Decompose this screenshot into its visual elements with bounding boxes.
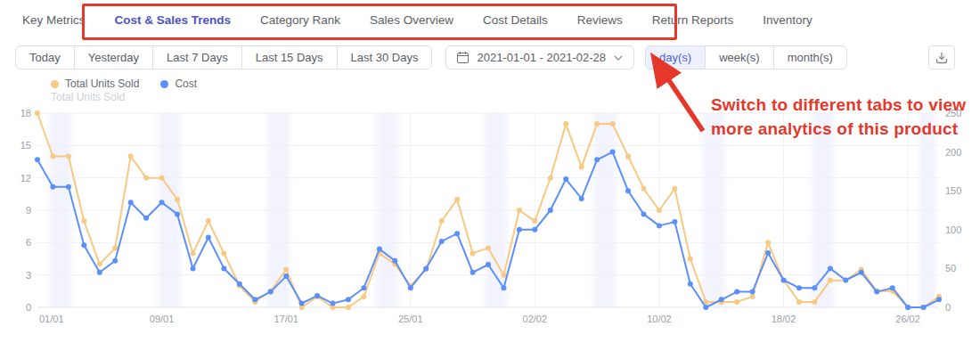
data-point[interactable]	[439, 239, 445, 244]
data-point[interactable]	[594, 121, 600, 126]
data-point[interactable]	[719, 297, 724, 302]
data-point[interactable]	[206, 235, 211, 241]
data-point[interactable]	[610, 150, 616, 155]
x-axis-tick: 18/02	[772, 314, 796, 324]
data-point[interactable]	[921, 305, 927, 310]
data-point[interactable]	[688, 281, 693, 287]
data-point[interactable]	[765, 240, 771, 245]
data-point[interactable]	[859, 270, 864, 275]
data-point[interactable]	[392, 258, 397, 264]
data-point[interactable]	[361, 285, 366, 290]
data-point[interactable]	[237, 281, 242, 287]
data-point[interactable]	[128, 200, 134, 205]
data-point[interactable]	[283, 267, 289, 273]
data-point[interactable]	[191, 265, 196, 271]
data-point[interactable]	[191, 250, 196, 256]
data-point[interactable]	[221, 265, 226, 271]
data-point[interactable]	[610, 121, 616, 126]
data-point[interactable]	[501, 273, 506, 278]
data-point[interactable]	[221, 250, 226, 256]
data-point[interactable]	[159, 200, 165, 205]
data-point[interactable]	[35, 157, 40, 162]
data-point[interactable]	[252, 297, 257, 302]
data-point[interactable]	[97, 270, 102, 275]
data-point[interactable]	[874, 290, 879, 295]
data-point[interactable]	[843, 278, 848, 283]
data-point[interactable]	[346, 297, 351, 302]
data-point[interactable]	[97, 262, 102, 267]
data-point[interactable]	[439, 218, 445, 224]
data-point[interactable]	[657, 208, 662, 213]
data-point[interactable]	[175, 211, 180, 216]
data-point[interactable]	[206, 218, 211, 224]
data-point[interactable]	[532, 227, 537, 233]
data-point[interactable]	[470, 270, 476, 275]
data-point[interactable]	[812, 285, 817, 290]
data-point[interactable]	[641, 211, 647, 216]
data-point[interactable]	[66, 153, 71, 159]
data-point[interactable]	[812, 299, 817, 305]
data-point[interactable]	[579, 196, 584, 201]
data-point[interactable]	[423, 265, 429, 271]
data-point[interactable]	[594, 157, 600, 162]
data-point[interactable]	[672, 219, 677, 224]
data-point[interactable]	[734, 299, 739, 305]
data-point[interactable]	[688, 257, 693, 262]
data-point[interactable]	[81, 242, 86, 248]
data-point[interactable]	[486, 262, 491, 267]
data-point[interactable]	[765, 250, 771, 256]
data-point[interactable]	[563, 121, 568, 126]
data-point[interactable]	[81, 218, 86, 224]
data-point[interactable]	[781, 278, 787, 283]
data-point[interactable]	[641, 186, 647, 192]
data-point[interactable]	[548, 208, 553, 213]
data-point[interactable]	[50, 184, 55, 190]
data-point[interactable]	[936, 297, 942, 302]
data-point[interactable]	[796, 299, 802, 305]
data-point[interactable]	[299, 301, 305, 306]
data-point[interactable]	[517, 208, 522, 213]
data-point[interactable]	[750, 290, 755, 295]
data-point[interactable]	[112, 258, 118, 264]
data-point[interactable]	[579, 165, 584, 170]
data-point[interactable]	[50, 153, 55, 159]
data-point[interactable]	[35, 110, 40, 116]
data-point[interactable]	[408, 285, 413, 290]
data-point[interactable]	[750, 294, 755, 299]
data-point[interactable]	[331, 301, 336, 306]
data-point[interactable]	[703, 305, 708, 310]
data-point[interactable]	[314, 293, 320, 298]
data-point[interactable]	[66, 184, 71, 190]
data-point[interactable]	[283, 273, 289, 279]
data-point[interactable]	[905, 305, 911, 310]
data-point[interactable]	[828, 278, 833, 283]
data-point[interactable]	[175, 197, 180, 202]
data-point[interactable]	[672, 186, 677, 192]
data-point[interactable]	[377, 247, 382, 252]
data-point[interactable]	[563, 176, 568, 182]
data-point[interactable]	[501, 285, 506, 290]
data-point[interactable]	[470, 250, 476, 256]
data-point[interactable]	[625, 188, 631, 193]
data-point[interactable]	[268, 290, 274, 295]
data-point[interactable]	[796, 285, 802, 290]
data-point[interactable]	[346, 305, 351, 310]
data-point[interactable]	[548, 175, 553, 181]
data-point[interactable]	[128, 153, 134, 159]
data-point[interactable]	[361, 294, 366, 299]
data-point[interactable]	[143, 175, 149, 181]
data-point[interactable]	[454, 197, 460, 202]
data-point[interactable]	[517, 227, 522, 233]
trend-chart[interactable]: 036912151805010015020025001/0109/0117/01…	[0, 0, 980, 359]
data-point[interactable]	[159, 175, 165, 181]
data-point[interactable]	[657, 223, 662, 228]
data-point[interactable]	[890, 285, 895, 290]
data-point[interactable]	[828, 265, 833, 271]
data-point[interactable]	[143, 216, 149, 221]
data-point[interactable]	[625, 153, 631, 159]
data-point[interactable]	[486, 245, 491, 250]
data-point[interactable]	[454, 231, 460, 236]
data-point[interactable]	[734, 290, 739, 295]
data-point[interactable]	[532, 218, 537, 224]
data-point[interactable]	[112, 245, 118, 250]
